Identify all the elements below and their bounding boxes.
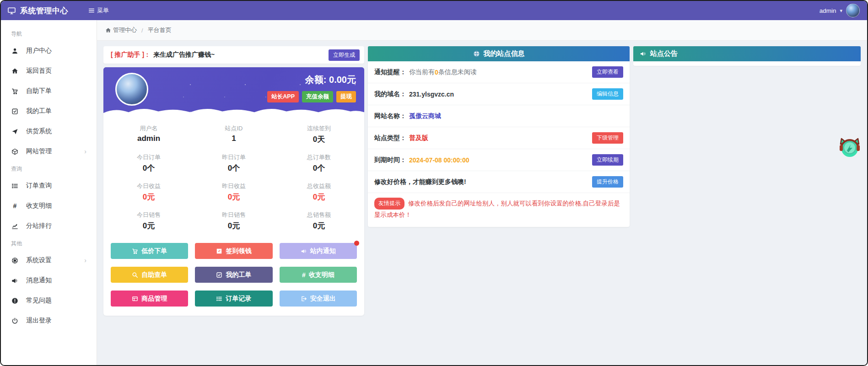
low-price-order-button[interactable]: 低价下单	[111, 243, 188, 259]
paper-plane-icon	[11, 128, 19, 135]
quick-actions: 低价下单 签到领钱 站内通知	[103, 237, 364, 316]
speaker-icon	[640, 50, 647, 57]
chevron-right-icon: ›	[84, 257, 86, 264]
stat-yesterday-sales: 昨日销售0元	[191, 207, 276, 236]
sidebar-item-label: 我的工单	[26, 107, 52, 115]
username: admin	[819, 7, 836, 14]
profile-avatar[interactable]	[115, 73, 148, 106]
hash-icon: #	[302, 271, 306, 279]
stat-yesterday-profit: 昨日收益0元	[191, 178, 276, 207]
stat-total-profit: 总收益额0元	[276, 178, 361, 207]
sidebar-item-label: 分站排行	[26, 222, 52, 230]
table-icon	[132, 296, 138, 302]
sidebar-item-label: 用户中心	[26, 47, 52, 55]
hash-icon: #	[11, 202, 19, 210]
sidebar-item-order-query[interactable]: 订单查询	[1, 176, 97, 196]
withdraw-button[interactable]: 提现	[336, 91, 356, 102]
sidebar-item-logout[interactable]: 退出登录	[1, 311, 97, 331]
sidebar-item-system-settings[interactable]: 系统设置 ›	[1, 250, 97, 270]
raise-price-button[interactable]: 提升价格	[592, 176, 623, 188]
generate-now-button[interactable]: 立即生成	[329, 49, 360, 61]
menu-label: 菜单	[97, 6, 109, 15]
my-tickets-button[interactable]: 我的工单	[195, 267, 272, 283]
view-now-button[interactable]: 立即查看	[592, 66, 623, 78]
mascot-cat-widget[interactable]	[837, 132, 863, 160]
safe-logout-button[interactable]: 安全退出	[280, 291, 357, 307]
caret-down-icon: ▾	[840, 8, 842, 14]
stat-today-orders: 今日订单0个	[106, 149, 191, 178]
site-info-title: 我的站点信息	[484, 49, 525, 58]
sidebar-item-label: 供货系统	[26, 127, 52, 135]
unread-count: 0	[435, 69, 438, 76]
hamburger-icon	[88, 7, 95, 14]
sidebar-section-query: 查询	[1, 161, 97, 176]
stat-today-profit: 今日收益0元	[106, 178, 191, 207]
notice-label: 通知提醒：	[374, 68, 406, 76]
user-icon	[11, 48, 19, 54]
site-type-value: 普及版	[409, 134, 428, 142]
search-icon	[132, 272, 138, 278]
domain-value: 231.ylsgvzc.cn	[409, 91, 454, 98]
brand[interactable]: 系统管理中心	[7, 5, 68, 16]
notification-dot	[354, 241, 359, 246]
menu-toggle[interactable]: 菜单	[88, 6, 109, 15]
list-icon	[11, 183, 19, 189]
sidebar-section-other: 其他	[1, 236, 97, 250]
balance-details-button[interactable]: # 收支明细	[280, 267, 357, 283]
site-notice-button[interactable]: 站内通知	[280, 243, 357, 259]
breadcrumb-root[interactable]: 管理中心	[113, 26, 137, 34]
sidebar-item-faq[interactable]: 常见问题	[1, 291, 97, 311]
stat-total-orders: 总订单数0个	[276, 149, 361, 178]
sidebar-item-my-tickets[interactable]: 我的工单	[1, 101, 97, 121]
breadcrumb: 管理中心 / 平台首页	[97, 20, 867, 41]
self-check-order-button[interactable]: 自助查单	[111, 267, 188, 283]
site-type-row: 站点类型： 普及版 下级管理	[368, 127, 630, 149]
sidebar-item-substation-ranking[interactable]: 分站排行	[1, 216, 97, 236]
balance-value: 0.00元	[329, 75, 356, 85]
top-navbar: 系统管理中心 菜单 admin ▾	[1, 1, 867, 20]
site-name-row: 网站名称： 孤傲云商城	[368, 105, 630, 127]
friendly-tip-row: 友情提示修改价格后发自己的网址给别人，别人就可以看到你设置的价格,自己登录后是显…	[368, 193, 630, 227]
stat-signin-streak: 连续签到0天	[276, 120, 361, 149]
order-records-button[interactable]: 订单记录	[195, 291, 272, 307]
notice-prefix: 你当前有	[409, 68, 435, 76]
product-management-button[interactable]: 商品管理	[111, 291, 188, 307]
sidebar-item-label: 系统设置	[26, 256, 52, 264]
globe-icon	[473, 50, 480, 57]
sign-out-icon	[301, 296, 307, 302]
friendly-tip-text: 修改价格后发自己的网址给别人，别人就可以看到你设置的价格,自己登录后是显示成本价…	[374, 200, 620, 218]
edit-info-button[interactable]: 编辑信息	[592, 88, 623, 100]
stat-total-sales: 总销售额0元	[276, 207, 361, 236]
signin-reward-button[interactable]: 签到领钱	[195, 243, 272, 259]
sidebar-item-home[interactable]: 返回首页	[1, 61, 97, 81]
site-name-value[interactable]: 孤傲云商城	[409, 112, 441, 120]
stat-yesterday-orders: 昨日订单0个	[191, 149, 276, 178]
list-icon	[216, 296, 222, 302]
sidebar-item-user-center[interactable]: 用户中心	[1, 41, 97, 61]
sidebar-item-supply-system[interactable]: 供货系统	[1, 121, 97, 141]
exclamation-circle-icon	[11, 297, 19, 304]
recharge-button[interactable]: 充值余额	[302, 91, 333, 102]
check-square-icon	[11, 108, 19, 115]
chevron-right-icon: ›	[84, 148, 86, 155]
wheel-icon	[11, 257, 19, 264]
renew-now-button[interactable]: 立即续期	[592, 154, 623, 166]
content-area: [ 推广助手 ]： 来生成广告推广赚钱~ 立即生成 余额: 0.00元	[97, 41, 867, 365]
domain-row: 我的域名： 231.ylsgvzc.cn 编辑信息	[368, 83, 630, 105]
bullhorn-icon	[11, 277, 19, 284]
sidebar-item-balance-details[interactable]: # 收支明细	[1, 196, 97, 216]
cloud-wave-decoration	[103, 104, 364, 116]
webmaster-app-button[interactable]: 站长APP	[267, 91, 299, 102]
notice-row: 通知提醒： 你当前有0条信息未阅读 立即查看	[368, 61, 630, 83]
sidebar-item-label: 返回首页	[26, 67, 52, 75]
brand-title: 系统管理中心	[20, 5, 68, 16]
subordinate-management-button[interactable]: 下级管理	[592, 132, 623, 144]
user-menu[interactable]: admin ▾	[819, 4, 860, 17]
sidebar-item-site-management[interactable]: 网站管理 ›	[1, 141, 97, 161]
app-window: 系统管理中心 菜单 admin ▾ 导航 用户中心 返回首页	[0, 0, 868, 366]
sidebar-item-self-order[interactable]: 自助下单	[1, 81, 97, 101]
sidebar-item-notifications[interactable]: 消息通知	[1, 270, 97, 291]
announcement-header: 站点公告	[633, 46, 861, 61]
avatar[interactable]	[846, 4, 860, 17]
site-info-header: 我的站点信息	[368, 46, 630, 61]
